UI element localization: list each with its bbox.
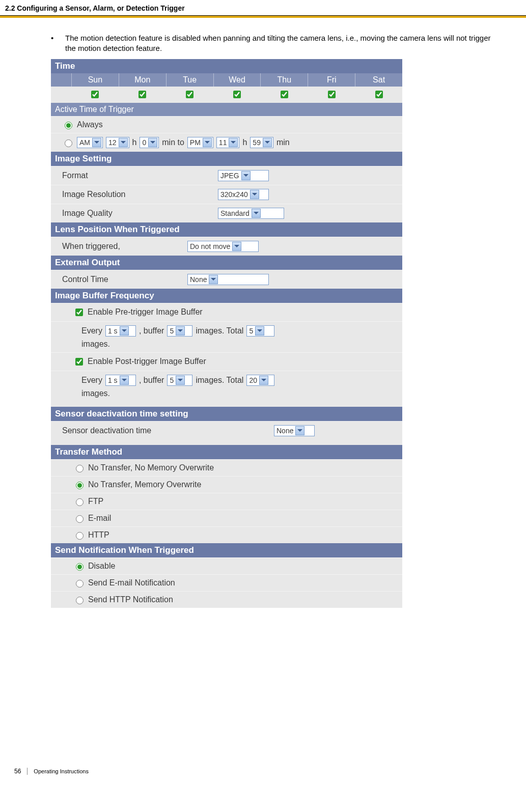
radio-ftp[interactable] [76,498,84,506]
min-to-label: min to [162,138,184,147]
radio-http[interactable] [76,532,84,540]
quality-row: Image Quality Standard [51,204,402,222]
pre-interval-select[interactable]: 1 s [105,325,136,337]
hour-to-select[interactable]: 11 [216,137,240,148]
check-mon[interactable] [139,91,146,98]
radio-no-overwrite[interactable] [76,465,84,472]
ampm-to-select[interactable]: PM [187,137,213,148]
lens-title: Lens Position When Triggered [51,222,402,237]
transfer-opt4-label: E-mail [88,514,111,523]
pre-enable-row: Enable Pre-trigger Image Buffer [51,303,402,321]
radio-send-email[interactable] [76,580,84,587]
resolution-row: Image Resolution 320x240 [51,185,402,204]
transfer-title: Transfer Method [51,445,402,459]
radio-timerange[interactable] [65,139,72,147]
external-label: Control Time [62,275,184,284]
day-wed: Wed [214,73,261,87]
post-interval-select[interactable]: 1 s [105,375,136,386]
transfer-opt5-label: HTTP [88,530,109,540]
always-label: Always [77,120,103,129]
check-thu[interactable] [281,91,288,98]
lens-label: When triggered, [62,242,184,251]
notify-opt1-label: Disable [88,562,115,571]
resolution-label: Image Resolution [62,190,215,199]
post-enable-check[interactable] [75,358,83,366]
settings-panel: Time Sun Mon Tue Wed Thu Fri Sat Active … [51,59,402,608]
day-tue: Tue [167,73,214,87]
min-label: min [276,138,290,147]
quality-select[interactable]: Standard [218,208,284,219]
lens-row: When triggered, Do not move [51,237,402,256]
time-section-title: Time [51,59,402,73]
pre-every: Every [81,326,102,335]
always-row: Always [51,116,402,133]
deact-label: Sensor deactivation time [62,426,271,435]
post-enable-label: Enable Post-trigger Image Buffer [88,357,206,366]
post-total-select[interactable]: 20 [246,375,274,386]
format-select[interactable]: JPEG [218,170,269,181]
day-fri: Fri [308,73,355,87]
check-fri[interactable] [328,91,336,98]
notify-title: Send Notification When Triggered [51,543,402,557]
notify-opt2-row: Send E-mail Notification [51,574,402,591]
external-select[interactable]: None [187,274,269,285]
post-count-select[interactable]: 5 [167,375,192,386]
check-tue[interactable] [186,91,193,98]
notify-opt3-row: Send HTTP Notification [51,591,402,608]
transfer-opt1-row: No Transfer, No Memory Overwrite [51,459,402,476]
notify-opt3-label: Send HTTP Notification [88,595,173,604]
radio-disable[interactable] [76,563,84,571]
active-time-subhead: Active Time of Trigger [51,103,402,116]
radio-send-http[interactable] [76,597,84,604]
notify-opt1-row: Disable [51,557,402,574]
bullet-text: The motion detection feature is disabled… [65,33,501,54]
pre-imagesword: images. Total [196,326,243,335]
check-sat[interactable] [375,91,383,98]
day-mon: Mon [119,73,167,87]
day-sun: Sun [72,73,119,87]
pre-total-select[interactable]: 5 [246,325,274,337]
image-setting-title: Image Setting [51,152,402,166]
day-thu: Thu [261,73,308,87]
time-range-row: AM 12 h 0 min to PM 11 h 59 min [51,133,402,152]
pre-config-row: Every 1 s , buffer 5 images. Total 5 ima… [51,321,402,352]
external-row: Control Time None [51,270,402,289]
post-every: Every [81,376,102,385]
section-heading: 2.2 Configuring a Sensor, Alarm, or Dete… [0,0,526,15]
pre-enable-label: Enable Pre-trigger Image Buffer [88,307,203,317]
transfer-opt3-row: FTP [51,493,402,510]
deact-row: Sensor deactivation time None [51,421,402,440]
header-rule [0,15,526,18]
radio-overwrite[interactable] [76,482,84,489]
pre-count-select[interactable]: 5 [167,325,192,337]
pre-enable-check[interactable] [75,309,83,316]
min-to-select[interactable]: 59 [250,137,273,148]
deact-select[interactable]: None [274,425,315,436]
ampm-from-select[interactable]: AM [77,137,103,148]
pre-bufferword: , buffer [139,326,164,335]
post-bufferword: , buffer [139,376,164,385]
min-from-select[interactable]: 0 [140,137,159,148]
resolution-select[interactable]: 320x240 [218,189,269,200]
format-label: Format [62,171,215,180]
check-sun[interactable] [91,91,99,98]
radio-always[interactable] [65,122,72,129]
deact-title: Sensor deactivation time setting [51,407,402,421]
transfer-opt1-label: No Transfer, No Memory Overwrite [88,463,214,472]
radio-email[interactable] [76,515,84,523]
transfer-opt3-label: FTP [88,497,103,506]
buffer-title: Image Buffer Frequency [51,289,402,303]
post-imagesword: images. Total [196,376,243,385]
lens-select[interactable]: Do not move [187,241,259,252]
days-header: Sun Mon Tue Wed Thu Fri Sat [51,73,402,87]
check-wed[interactable] [233,91,241,98]
pre-images-end: images. [81,340,110,348]
hour-from-select[interactable]: 12 [106,137,129,148]
bullet-marker: • [51,33,65,54]
post-config-row: Every 1 s , buffer 5 images. Total 20 im… [51,371,402,402]
transfer-opt5-row: HTTP [51,526,402,543]
transfer-opt4-row: E-mail [51,510,402,526]
external-title: External Output [51,256,402,270]
content-area: • The motion detection feature is disabl… [0,33,526,608]
notify-opt2-label: Send E-mail Notification [88,578,175,587]
